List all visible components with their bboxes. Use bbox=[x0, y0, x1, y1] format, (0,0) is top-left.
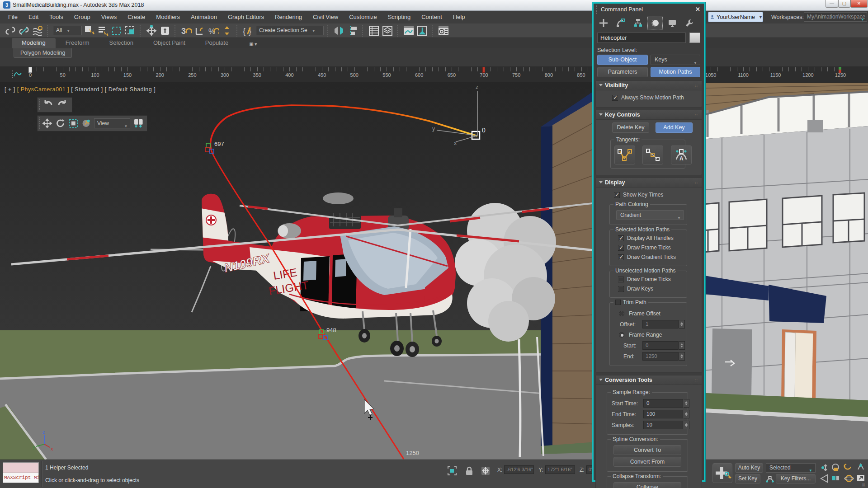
viewport-label-plus[interactable]: [ + ] bbox=[5, 86, 15, 93]
start-time-spinner[interactable] bbox=[684, 399, 689, 408]
selection-set-key-dropdown[interactable]: Selected▼ bbox=[766, 463, 816, 473]
minimize-button[interactable]: — bbox=[826, 0, 838, 8]
rectangular-selection-region-icon[interactable] bbox=[111, 25, 123, 37]
scale-tool-icon[interactable] bbox=[68, 118, 79, 129]
add-key-button-panel[interactable]: Add Key bbox=[656, 122, 693, 133]
motion-paths-button[interactable]: Motion Paths bbox=[651, 67, 700, 77]
command-panel-close-icon[interactable]: ✕ bbox=[695, 6, 700, 13]
key-tangent-icon[interactable] bbox=[765, 474, 775, 484]
rollout-key-controls-header[interactable]: Key Controls∷ bbox=[596, 110, 702, 120]
ribbon-tab-object-paint[interactable]: Object Paint bbox=[143, 38, 195, 48]
rotate-tool-icon[interactable] bbox=[55, 118, 66, 129]
walk-through-icon[interactable] bbox=[832, 476, 839, 480]
select-by-name-icon[interactable] bbox=[97, 25, 109, 37]
ribbon-minimize-icon[interactable]: ▣ ▾ bbox=[245, 40, 260, 48]
zoom-value-icon[interactable] bbox=[821, 465, 827, 471]
menu-group[interactable]: Group bbox=[69, 11, 96, 23]
tab-hierarchy-icon[interactable] bbox=[630, 16, 646, 30]
checkbox-draw-frame-ticks-unsel[interactable]: Draw Frame Ticks bbox=[618, 276, 684, 284]
undo-icon[interactable] bbox=[42, 99, 54, 110]
tangent-linear-button[interactable] bbox=[642, 145, 663, 164]
field-of-view-icon[interactable] bbox=[858, 464, 863, 469]
zoom-extents-icon[interactable] bbox=[832, 464, 839, 471]
named-selection-sets-icon[interactable]: {} bbox=[242, 25, 254, 37]
use-center-icon[interactable] bbox=[133, 118, 144, 129]
absolute-offset-icon[interactable] bbox=[480, 465, 491, 476]
start-field[interactable]: 0 bbox=[642, 341, 679, 350]
spinner-snap-icon[interactable] bbox=[221, 25, 233, 37]
y-coordinate-field[interactable]: 172'1 6/16" bbox=[545, 465, 575, 474]
maximize-viewport-icon[interactable] bbox=[857, 475, 864, 481]
viewport-label-camera[interactable]: [ PhysCamera001 ] bbox=[17, 86, 70, 93]
rollout-display-header[interactable]: Display∷ bbox=[596, 178, 702, 188]
tab-modify-icon[interactable] bbox=[613, 16, 629, 30]
menu-create[interactable]: Create bbox=[122, 11, 151, 23]
reference-coordinate-dropdown[interactable]: View▼ bbox=[94, 118, 130, 128]
start-time-field[interactable]: 0 bbox=[643, 399, 683, 408]
x-coordinate-field[interactable]: -612'6 3/16" bbox=[504, 465, 534, 474]
maximize-button[interactable]: ▢ bbox=[838, 0, 850, 8]
ribbon-tab-freeform[interactable]: Freeform bbox=[56, 38, 99, 48]
ribbon-tab-selection[interactable]: Selection bbox=[99, 38, 143, 48]
viewport-label-shading[interactable]: [ Standard ] [ Default Shading ] bbox=[71, 86, 156, 93]
start-spinner[interactable] bbox=[679, 341, 685, 350]
pan-view-icon[interactable] bbox=[821, 475, 827, 482]
keys-dropdown[interactable]: Keys▼ bbox=[651, 55, 700, 65]
scene-explorer-icon[interactable] bbox=[368, 25, 380, 37]
tab-create-icon[interactable] bbox=[595, 16, 612, 30]
menu-help[interactable]: Help bbox=[448, 11, 471, 23]
delete-key-button[interactable]: Delete Key bbox=[612, 122, 649, 133]
radio-frame-offset[interactable]: Frame Offset bbox=[619, 310, 684, 319]
checkbox-always-show-motion-path[interactable]: Always Show Motion Path bbox=[612, 94, 699, 103]
convert-from-button[interactable]: Convert From bbox=[613, 457, 681, 467]
sub-object-button[interactable]: Sub-Object bbox=[597, 55, 648, 65]
snaps-toggle-icon[interactable]: 3 bbox=[180, 25, 192, 37]
panel-drag-grip[interactable] bbox=[596, 5, 597, 14]
selection-filter-dropdown[interactable]: All▼ bbox=[53, 26, 82, 35]
command-panel-titlebar[interactable]: Command Panel ✕ bbox=[594, 4, 704, 16]
object-name-field[interactable]: Helicopter bbox=[597, 33, 686, 43]
menu-edit[interactable]: Edit bbox=[23, 11, 44, 23]
end-spinner[interactable] bbox=[679, 352, 685, 361]
viewport-label[interactable]: [ + ] [ PhysCamera001 ] [ Standard ] [ D… bbox=[5, 86, 156, 93]
time-slider-playhead[interactable] bbox=[28, 67, 32, 73]
checkbox-display-all-handles[interactable]: Display All Handles bbox=[618, 235, 684, 243]
key-filters-button[interactable]: Key Filters... bbox=[776, 474, 816, 483]
add-key-button[interactable] bbox=[712, 463, 732, 483]
auto-key-button[interactable]: Auto Key bbox=[735, 463, 763, 473]
close-button[interactable]: ✕ bbox=[850, 0, 868, 8]
angle-snap-icon[interactable] bbox=[194, 25, 206, 37]
mirror-icon[interactable] bbox=[333, 25, 345, 37]
maxscript-mini-listener-pink[interactable] bbox=[3, 462, 39, 473]
checkbox-draw-keys[interactable]: Draw Keys bbox=[618, 285, 684, 294]
menu-animation[interactable]: Animation bbox=[185, 11, 222, 23]
select-and-move-icon[interactable] bbox=[146, 25, 157, 37]
ribbon-tab-populate[interactable]: Populate bbox=[195, 38, 238, 48]
align-icon[interactable] bbox=[347, 25, 359, 37]
offset-field[interactable]: 1 bbox=[642, 320, 679, 328]
curve-editor-icon[interactable] bbox=[403, 25, 415, 37]
radio-frame-range[interactable]: Frame Range bbox=[619, 331, 684, 340]
tab-display-icon[interactable] bbox=[664, 16, 680, 30]
time-ruler[interactable]: 0501001502002503003504004505005506006507… bbox=[0, 66, 868, 82]
tab-utilities-icon[interactable] bbox=[681, 16, 698, 30]
samples-field[interactable]: 10 bbox=[643, 421, 683, 429]
object-color-swatch[interactable] bbox=[689, 33, 700, 43]
collapse-button[interactable]: Collapse bbox=[613, 482, 681, 488]
menu-civil-view[interactable]: Civil View bbox=[307, 11, 344, 23]
menu-modifiers[interactable]: Modifiers bbox=[151, 11, 185, 23]
unlink-selection-icon[interactable] bbox=[18, 25, 30, 37]
timeline-marker[interactable] bbox=[839, 67, 841, 73]
tab-motion-icon[interactable] bbox=[647, 16, 663, 30]
menu-customize[interactable]: Customize bbox=[344, 11, 382, 23]
timeline-ruler[interactable]: 0501001502002503003504004505005506006507… bbox=[0, 66, 868, 82]
layer-manager-icon[interactable] bbox=[382, 25, 393, 37]
select-and-link-icon[interactable] bbox=[5, 25, 16, 37]
resize-grip[interactable]: ⣿ bbox=[862, 483, 867, 487]
named-selection-set-dropdown[interactable]: Create Selection Se▼ bbox=[256, 26, 324, 35]
end-field[interactable]: 1250 bbox=[642, 352, 679, 361]
menu-scripting[interactable]: Scripting bbox=[382, 11, 416, 23]
path-coloring-dropdown[interactable]: Gradient▼ bbox=[616, 210, 684, 220]
trim-path-label[interactable]: Trim Path bbox=[613, 299, 648, 305]
polygon-modeling-tab[interactable]: Polygon Modeling bbox=[14, 48, 72, 58]
